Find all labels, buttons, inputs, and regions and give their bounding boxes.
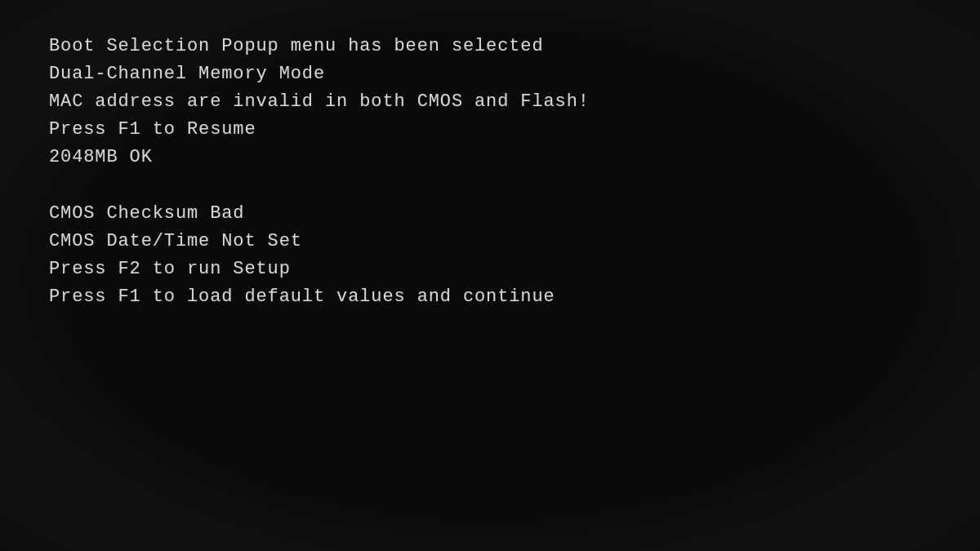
line1: Boot Selection Popup menu has been selec… [49, 33, 590, 60]
line6: CMOS Checksum Bad [49, 200, 590, 228]
line9: Press F1 to load default values and cont… [49, 283, 590, 311]
bios-screen: Boot Selection Popup menu has been selec… [0, 0, 980, 551]
line8: Press F2 to run Setup [49, 256, 590, 283]
bios-text-block: Boot Selection Popup menu has been selec… [49, 33, 590, 311]
line7: CMOS Date/Time Not Set [49, 228, 590, 256]
line4: Press F1 to Resume [49, 116, 590, 144]
line3: MAC address are invalid in both CMOS and… [49, 88, 590, 116]
line5: 2048MB OK [49, 144, 590, 171]
line2: Dual-Channel Memory Mode [49, 60, 590, 88]
blank-line [49, 171, 590, 199]
